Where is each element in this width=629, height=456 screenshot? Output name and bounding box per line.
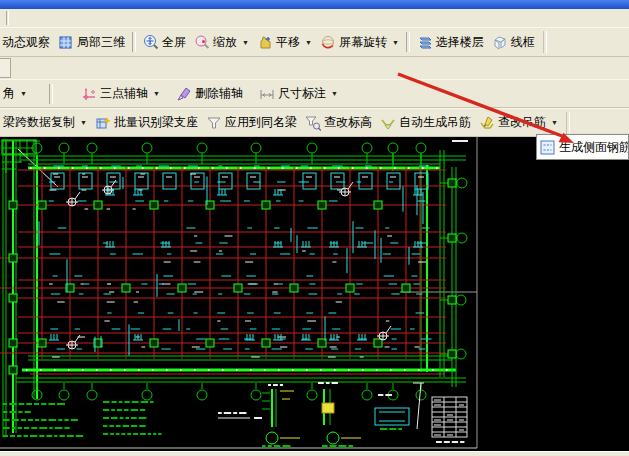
- zoom-button[interactable]: 缩放 ▼: [190, 32, 253, 53]
- elevation-funnel-icon: [305, 115, 321, 131]
- toolbar-dock-strip: [0, 9, 629, 27]
- check-hangbar-button[interactable]: 查改吊筋 ▼: [475, 112, 562, 133]
- batch-identify-supports-button[interactable]: 批量识别梁支座: [91, 112, 202, 133]
- dropdown-arrow-icon[interactable]: ▼: [20, 90, 27, 97]
- zoom-magnifier-icon: [194, 34, 210, 50]
- dimension-icon: [259, 86, 275, 102]
- button-label: 尺寸标注: [278, 85, 326, 102]
- button-label: 自动生成吊筋: [399, 114, 471, 131]
- dropdown-arrow-icon[interactable]: ▼: [331, 90, 338, 97]
- button-label: 三点辅轴: [100, 85, 148, 102]
- button-label: 局部三维: [77, 34, 125, 51]
- toolbar-beam: 梁跨数据复制 ▼ 批量识别梁支座 应用到同名梁 查改标高 自动生成吊筋 查改吊筋…: [0, 108, 629, 137]
- brush-icon: [176, 86, 192, 102]
- toolbar-axis: 角 ▼ 三点辅轴 ▼ 删除辅轴 尺寸标注 ▼: [0, 79, 629, 108]
- window-bottom-edge: [0, 451, 629, 456]
- toolbar-dock-strip2: [0, 57, 629, 79]
- cad-drawing[interactable]: [0, 137, 629, 451]
- toolbar-separator: [406, 32, 410, 52]
- wireframe-button[interactable]: 线框: [488, 32, 539, 53]
- batch-identify-icon: [95, 115, 111, 131]
- cad-canvas[interactable]: [0, 137, 629, 451]
- side-rebar-icon: [540, 140, 555, 155]
- window-titlebar[interactable]: [0, 0, 629, 9]
- toolbar-separator: [49, 84, 53, 104]
- beam-span-copy-button[interactable]: 梁跨数据复制 ▼: [0, 112, 91, 133]
- button-label: 动态观察: [2, 34, 50, 51]
- docked-panel-fragment: [0, 58, 11, 78]
- dimension-button[interactable]: 尺寸标注 ▼: [255, 83, 342, 104]
- dropdown-arrow-icon[interactable]: ▼: [551, 119, 558, 126]
- button-label: 平移: [276, 34, 300, 51]
- button-label: 全屏: [162, 34, 186, 51]
- button-label: 线框: [511, 34, 535, 51]
- button-label: 梁跨数据复制: [3, 114, 75, 131]
- dropdown-arrow-icon[interactable]: ▼: [153, 90, 160, 97]
- rotate-sphere-icon: [320, 34, 336, 50]
- button-label: 缩放: [213, 34, 237, 51]
- button-label: 应用到同名梁: [225, 114, 297, 131]
- local-3d-button[interactable]: 局部三维: [54, 32, 129, 53]
- hangbar-edit-icon: [479, 115, 495, 131]
- auto-generate-hangbar-button[interactable]: 自动生成吊筋: [376, 112, 475, 133]
- button-label: 屏幕旋转: [339, 34, 387, 51]
- select-storey-button[interactable]: 选择楼层: [413, 32, 488, 53]
- dropdown-arrow-icon[interactable]: ▼: [305, 39, 312, 46]
- delete-axis-button[interactable]: 删除辅轴: [172, 83, 247, 104]
- corner-axis-button[interactable]: 角 ▼: [0, 83, 31, 104]
- toolbar-endcap: [566, 112, 570, 134]
- button-label: 选择楼层: [436, 34, 484, 51]
- dropdown-arrow-icon[interactable]: ▼: [80, 119, 87, 126]
- fullscreen-icon: [143, 34, 159, 50]
- toolbar-separator: [132, 32, 136, 52]
- app-window: 动态观察 局部三维 全屏 缩放 ▼ 平移 ▼ 屏幕旋转 ▼ 选择楼层: [0, 0, 629, 456]
- dynamic-observe-button[interactable]: 动态观察: [0, 32, 54, 53]
- pan-button[interactable]: 平移 ▼: [253, 32, 316, 53]
- toolbar-groove: [6, 11, 9, 25]
- check-elevation-button[interactable]: 查改标高: [301, 112, 376, 133]
- axis-cross-icon: [81, 86, 97, 102]
- layers-icon: [417, 34, 433, 50]
- toolbar-endcap: [543, 31, 547, 53]
- cube-3d-icon: [58, 34, 74, 50]
- button-label: 查改标高: [324, 114, 372, 131]
- menu-item-generate-side-rebar[interactable]: 生成侧面钢筋: [559, 139, 629, 156]
- fullscreen-button[interactable]: 全屏: [139, 32, 190, 53]
- button-label: 查改吊筋: [498, 114, 546, 131]
- wireframe-cube-icon: [492, 34, 508, 50]
- button-label: 角: [3, 85, 15, 102]
- hangbar-dropdown-menu: 生成侧面钢筋: [536, 134, 629, 160]
- hangbar-icon: [380, 115, 396, 131]
- button-label: 删除辅轴: [195, 85, 243, 102]
- three-point-axis-button[interactable]: 三点辅轴 ▼: [77, 83, 164, 104]
- funnel-icon: [206, 115, 222, 131]
- dropdown-arrow-icon[interactable]: ▼: [392, 39, 399, 46]
- screen-rotate-button[interactable]: 屏幕旋转 ▼: [316, 32, 403, 53]
- apply-same-name-beam-button[interactable]: 应用到同名梁: [202, 112, 301, 133]
- toolbar-view: 动态观察 局部三维 全屏 缩放 ▼ 平移 ▼ 屏幕旋转 ▼ 选择楼层: [0, 27, 629, 57]
- button-label: 批量识别梁支座: [114, 114, 198, 131]
- pan-hand-icon: [257, 34, 273, 50]
- dropdown-arrow-icon[interactable]: ▼: [242, 39, 249, 46]
